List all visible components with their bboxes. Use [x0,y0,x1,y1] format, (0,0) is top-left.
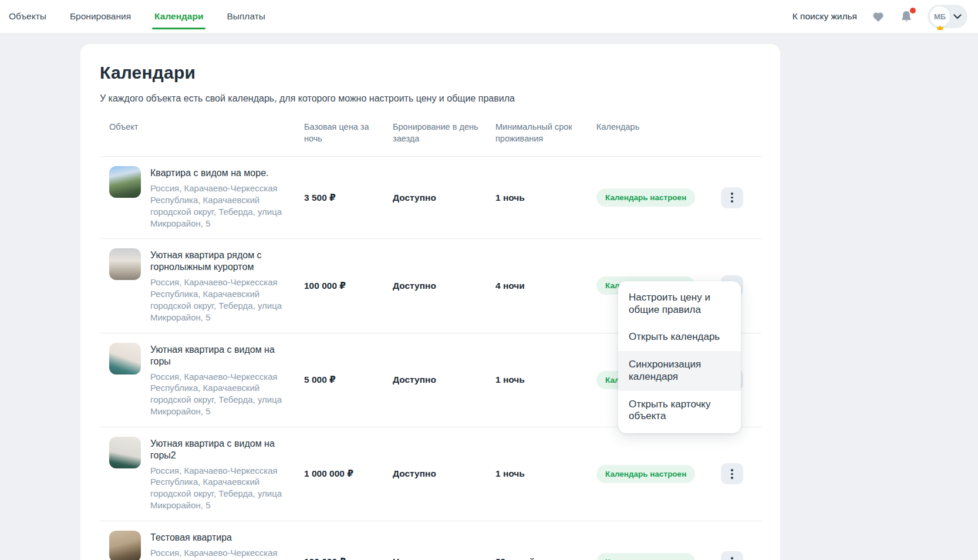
menu-item-calendar-sync[interactable]: Синхронизация календаря [618,351,741,390]
property-title: Тестовая квартира [150,532,288,544]
crown-icon [936,25,944,31]
column-header-base-price: Базовая цена за ночь [304,122,393,144]
table-row: Уютная квартира с видом на горы2 Россия,… [100,427,762,521]
nav-tab-objects[interactable]: Объекты [9,0,46,33]
property-thumbnail [109,437,141,468]
property-title: Уютная квартира рядом с горнолыжным куро… [150,249,288,273]
top-navigation-bar: Объекты Бронирования Календари Выплаты К… [0,0,978,33]
base-price: 1 000 000 ₽ [304,468,393,479]
notification-dot [910,8,916,14]
min-stay: 1 ночь [495,468,596,479]
min-stay: 4 ночи [495,281,596,291]
to-housing-search-link[interactable]: К поиску жилья [792,11,857,22]
property-address: Россия, Карачаево-Черкесская Республика,… [150,371,288,417]
object-cell: Уютная квартира рядом с горнолыжным куро… [109,248,304,323]
base-price: 3 500 ₽ [304,193,393,203]
nav-tab-bookings[interactable]: Бронирования [70,0,131,33]
object-cell: Уютная квартира с видом на горы Россия, … [109,343,304,417]
row-actions-kebab-button[interactable] [721,551,743,560]
calendar-status-badge: Календарь настроен [596,188,695,207]
table-row: Квартира с видом на море. Россия, Карача… [100,156,762,238]
min-stay: 29 ночей [495,556,596,560]
base-price: 5 000 ₽ [304,375,393,385]
property-address: Россия, Карачаево-Черкесская Республика,… [150,465,288,511]
chevron-down-icon [953,14,962,19]
base-price: 100 000 ₽ [304,281,393,291]
object-cell: Квартира с видом на море. Россия, Карача… [109,166,304,229]
row-actions-kebab-button[interactable] [721,463,743,484]
table-header: Объект Базовая цена за ночь Бронирование… [100,117,762,156]
property-title: Уютная квартира с видом на горы2 [150,438,288,461]
notifications-bell-icon[interactable] [899,9,913,23]
page-subtitle: У каждого объекта есть свой календарь, д… [100,93,761,104]
nav-tab-calendars[interactable]: Календари [154,0,203,33]
same-day-booking: Доступно [393,281,495,291]
property-title: Квартира с видом на море. [150,167,288,179]
property-thumbnail [109,166,141,198]
object-cell: Уютная квартира с видом на горы2 Россия,… [109,437,304,511]
property-title: Уютная квартира с видом на горы [150,344,288,367]
favorites-heart-icon[interactable] [871,9,885,23]
table-row: Тестовая квартира Россия, Карачаево-Черк… [100,521,762,560]
avatar-initials: МБ [934,12,946,21]
menu-item-open-object-card[interactable]: Открыть карточку объекта [618,391,741,430]
column-header-same-day-booking: Бронирование в день заезда [393,122,495,144]
topbar-right: К поиску жилья МБ [792,5,967,28]
main-nav: Объекты Бронирования Календари Выплаты [9,0,265,33]
column-header-object: Объект [109,122,304,144]
same-day-booking: Доступно [393,375,495,385]
row-actions-kebab-button[interactable] [721,187,743,208]
property-address: Россия, Карачаево-Черкесская Республика,… [150,276,288,323]
min-stay: 1 ночь [495,193,596,203]
row-actions-context-menu: Настроить цену и общие правила Открыть к… [618,281,741,433]
page-title: Календари [100,63,761,83]
avatar: МБ [930,6,950,26]
column-header-min-stay: Минимальный срок проживания [495,122,596,144]
column-header-calendar: Календарь [596,122,721,144]
property-thumbnail [109,531,141,560]
nav-tab-payouts[interactable]: Выплаты [227,0,265,33]
account-menu-button[interactable]: МБ [928,5,967,28]
min-stay: 1 ночь [495,375,596,385]
same-day-booking: Доступно [393,468,495,479]
calendar-status-badge: Календарь настроен [596,553,695,560]
same-day-booking: Не доступно [393,556,495,560]
property-address: Россия, Карачаево-Черкесская Республика,… [150,183,288,229]
property-thumbnail [109,248,141,280]
base-price: 100 000 ₽ [304,556,393,560]
same-day-booking: Доступно [393,193,495,203]
property-address: Россия, Карачаево-Черкесская Республика,… [150,547,288,560]
menu-item-open-calendar[interactable]: Открыть календарь [618,323,741,351]
property-thumbnail [109,343,141,375]
menu-item-configure-price-rules[interactable]: Настроить цену и общие правила [618,284,741,323]
object-cell: Тестовая квартира Россия, Карачаево-Черк… [109,531,304,560]
calendar-status-badge: Календарь настроен [596,465,695,483]
